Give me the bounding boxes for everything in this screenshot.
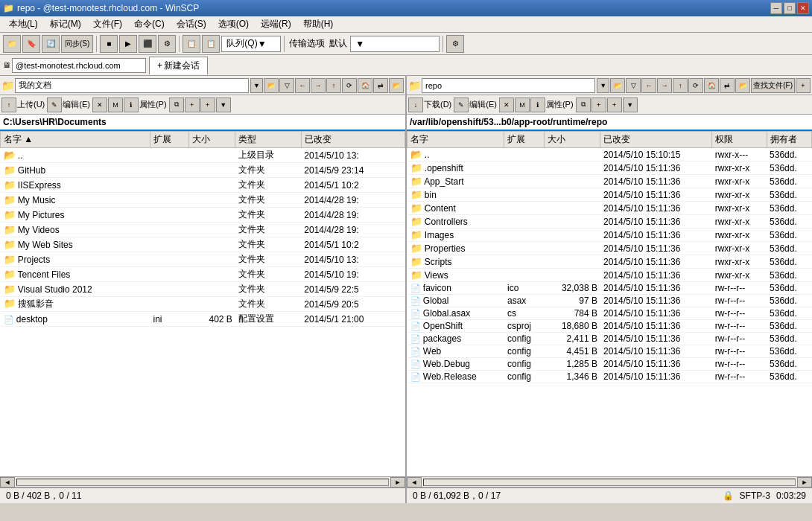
queue-dropdown[interactable]: 队列(Q) ▼ — [221, 36, 281, 52]
bookmark-button[interactable]: 🔖 — [22, 35, 40, 53]
col-name-right[interactable]: 名字 — [407, 132, 504, 148]
right-copy-btn[interactable]: ⧉ — [576, 98, 591, 112]
left-rename-btn[interactable]: M — [108, 98, 123, 112]
col-modified-right[interactable]: 已改变 — [600, 132, 712, 148]
right-sync-btn[interactable]: ⇄ — [720, 78, 735, 93]
left-scroll-left[interactable]: ◄ — [0, 477, 15, 488]
right-download-btn[interactable]: ↓ — [408, 98, 423, 112]
menu-local[interactable]: 本地(L) — [3, 16, 44, 32]
left-copy-btn[interactable]: ⧉ — [169, 98, 184, 112]
table-row[interactable]: 📄 desktop ini 402 B 配置设置 2014/5/1 21:00 — [1, 312, 405, 327]
right-fwd-btn[interactable]: → — [657, 78, 672, 93]
right-back-btn[interactable]: ← — [641, 78, 656, 93]
right-move-btn[interactable]: + — [591, 98, 606, 112]
right-home-btn[interactable]: 🏠 — [704, 78, 719, 93]
tool-btn-5[interactable]: 📋 — [183, 35, 200, 53]
left-back-btn[interactable]: ← — [295, 78, 310, 93]
left-sync-btn[interactable]: ⇄ — [373, 78, 388, 93]
table-row[interactable]: 📄 Web config 4,451 B 2014/5/10 15:11:36 … — [407, 345, 812, 358]
left-upload-btn[interactable]: ↑ — [1, 98, 16, 112]
right-edit-btn[interactable]: ✎ — [454, 98, 469, 112]
right-scroll-right[interactable]: ► — [797, 477, 812, 488]
tool-btn-4[interactable]: ⚙ — [158, 35, 176, 53]
tool-btn-6[interactable]: 📋 — [202, 35, 220, 53]
table-row[interactable]: 📁 GitHub 文件夹 2014/5/9 23:14 — [1, 163, 405, 178]
minimize-button[interactable]: ─ — [770, 2, 782, 14]
col-size-left[interactable]: 大小 — [189, 132, 235, 148]
table-row[interactable]: 📂 .. 2014/5/10 15:10:15 rwxr-x--- 536dd. — [407, 148, 812, 162]
table-row[interactable]: 📁 My Music 文件夹 2014/4/28 19: — [1, 193, 405, 208]
menu-session[interactable]: 会话(S) — [171, 16, 212, 32]
table-row[interactable]: 📄 Web.Debug config 1,285 B 2014/5/10 15:… — [407, 358, 812, 371]
left-move-btn[interactable]: + — [185, 98, 200, 112]
table-row[interactable]: 📁 bin 2014/5/10 15:11:36 rwxr-xr-x 536dd… — [407, 188, 812, 202]
col-ext-left[interactable]: 扩展 — [150, 132, 188, 148]
table-row[interactable]: 📁 Views 2014/5/10 15:11:36 rwxr-xr-x 536… — [407, 269, 812, 282]
right-hscrollbar[interactable]: ◄ ► — [407, 476, 812, 487]
left-up-btn[interactable]: ↑ — [326, 78, 341, 93]
right-filter-btn[interactable]: ▽ — [626, 78, 641, 93]
left-browse-btn[interactable]: 📂 — [264, 78, 279, 93]
table-row[interactable]: 📁 Tencent Files 文件夹 2014/5/10 19: — [1, 267, 405, 282]
table-row[interactable]: 📁 IISExpress 文件夹 2014/5/1 10:2 — [1, 178, 405, 193]
left-filter-btn[interactable]: ▽ — [279, 78, 294, 93]
transfer-dropdown[interactable]: ▼ — [350, 36, 440, 52]
left-delete-btn[interactable]: ✕ — [92, 98, 107, 112]
left-more-btn[interactable]: ▼ — [216, 98, 231, 112]
col-name-left[interactable]: 名字 ▲ — [1, 132, 150, 148]
left-fwd-btn[interactable]: → — [311, 78, 326, 93]
new-session-tab[interactable]: + 新建会话 — [149, 57, 208, 74]
new-folder-button[interactable]: 📁 — [3, 35, 21, 53]
col-size-right[interactable]: 大小 — [545, 132, 600, 148]
table-row[interactable]: 📂 .. 上级目录 2014/5/10 13: — [1, 148, 405, 163]
table-row[interactable]: 📁 Properties 2014/5/10 15:11:36 rwxr-xr-… — [407, 242, 812, 255]
right-location-bar[interactable]: repo — [422, 78, 595, 93]
menu-command[interactable]: 命令(C) — [128, 16, 171, 32]
menu-file[interactable]: 文件(F) — [87, 16, 128, 32]
table-row[interactable]: 📁 Images 2014/5/10 15:11:36 rwxr-xr-x 53… — [407, 228, 812, 242]
left-hscrollbar[interactable]: ◄ ► — [0, 476, 405, 487]
table-row[interactable]: 📁 搜狐影音 文件夹 2014/5/9 20:5 — [1, 297, 405, 312]
close-button[interactable]: ✕ — [797, 2, 809, 14]
right-file-table[interactable]: 名字 扩展 大小 已改变 权限 拥有者 📂 .. 2014/5/10 15:10… — [407, 131, 812, 476]
table-row[interactable]: 📄 Web.Release config 1,346 B 2014/5/10 1… — [407, 371, 812, 383]
left-props-btn[interactable]: ℹ — [124, 98, 139, 112]
right-newfolder-btn[interactable]: + — [607, 98, 622, 112]
left-scroll-right[interactable]: ► — [390, 477, 405, 488]
table-row[interactable]: 📁 My Videos 文件夹 2014/4/28 19: — [1, 223, 405, 237]
right-delete-btn[interactable]: ✕ — [499, 98, 514, 112]
maximize-button[interactable]: □ — [784, 2, 796, 14]
tool-btn-1[interactable]: ■ — [100, 35, 118, 53]
right-more-btn[interactable]: ▼ — [623, 98, 638, 112]
left-location-bar[interactable]: 我的文档 — [15, 78, 249, 93]
menu-remote[interactable]: 远端(R) — [255, 16, 297, 32]
right-location-dropdown[interactable]: ▼ — [597, 78, 609, 93]
server-input[interactable] — [12, 58, 146, 73]
table-row[interactable]: 📁 Scripts 2014/5/10 15:11:36 rwxr-xr-x 5… — [407, 255, 812, 269]
right-browse-btn[interactable]: 📂 — [610, 78, 625, 93]
col-owner-right[interactable]: 拥有者 — [767, 132, 811, 148]
refresh-button[interactable]: 🔄 — [42, 35, 60, 53]
sync-button[interactable]: 同步(S) — [61, 35, 93, 53]
right-scroll-left[interactable]: ◄ — [407, 477, 422, 488]
left-location-dropdown[interactable]: ▼ — [250, 78, 263, 93]
col-perm-right[interactable]: 权限 — [712, 132, 767, 148]
left-refresh-btn[interactable]: ⟳ — [342, 78, 357, 93]
col-type-left[interactable]: 类型 — [235, 132, 301, 148]
settings-button[interactable]: ⚙ — [446, 35, 464, 53]
right-open-btn[interactable]: 📂 — [735, 78, 750, 93]
table-row[interactable]: 📁 Controllers 2014/5/10 15:11:36 rwxr-xr… — [407, 215, 812, 228]
menu-help[interactable]: 帮助(H) — [297, 16, 340, 32]
right-refresh-btn[interactable]: ⟳ — [688, 78, 703, 93]
tool-btn-3[interactable]: ⬛ — [139, 35, 156, 53]
left-open-btn[interactable]: 📂 — [389, 78, 404, 93]
table-row[interactable]: 📁 My Web Sites 文件夹 2014/5/1 10:2 — [1, 237, 405, 252]
table-row[interactable]: 📁 .openshift 2014/5/10 15:11:36 rwxr-xr-… — [407, 162, 812, 175]
right-extra-btn[interactable]: + — [796, 78, 811, 93]
col-modified-left[interactable]: 已改变 — [301, 132, 405, 148]
table-row[interactable]: 📄 packages config 2,411 B 2014/5/10 15:1… — [407, 333, 812, 345]
col-ext-right[interactable]: 扩展 — [504, 132, 545, 148]
table-row[interactable]: 📄 OpenShift csproj 18,680 B 2014/5/10 15… — [407, 320, 812, 333]
table-row[interactable]: 📄 Global asax 97 B 2014/5/10 15:11:36 rw… — [407, 295, 812, 307]
left-edit-btn[interactable]: ✎ — [47, 98, 62, 112]
